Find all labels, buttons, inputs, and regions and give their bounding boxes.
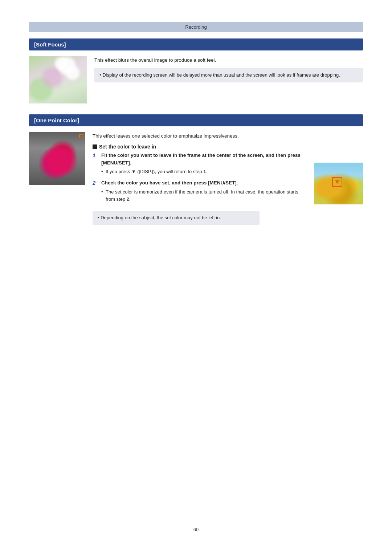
set-color-heading: Set the color to leave in: [93, 144, 363, 150]
one-point-main-layout: 1 Fit the color you want to leave in the…: [93, 152, 363, 207]
one-point-title: [One Point Color]: [34, 117, 79, 123]
square-icon: [93, 144, 97, 149]
step-1-content: Fit the color you want to leave in the f…: [101, 152, 307, 176]
soft-focus-text: This effect blurs the overall image to p…: [94, 56, 363, 103]
soft-focus-image: [29, 56, 87, 103]
step-1-note-item: If you press ▼ ([DISP.]), you will retur…: [101, 168, 307, 175]
one-point-image: [29, 132, 85, 185]
page-footer: - 60 -: [0, 526, 392, 532]
soft-focus-title: [Soft Focus]: [34, 41, 66, 48]
one-point-bottom-note-box: • Depending on the subject, the set colo…: [93, 211, 260, 225]
step-2-notes: The set color is memorized even if the c…: [101, 188, 307, 203]
one-point-top-content: This effect leaves one selected color to…: [29, 132, 363, 225]
set-color-heading-label: Set the color to leave in: [99, 144, 156, 150]
page-container: Recording [Soft Focus] This effect blurs…: [0, 0, 392, 554]
step-2-note-period: .: [129, 196, 131, 202]
step-2-note-item: The set color is memorized even if the c…: [101, 188, 307, 203]
header-label: Recording: [185, 24, 207, 30]
soft-focus-section: [Soft Focus] This effect blurs the overa…: [29, 38, 363, 103]
step-1-number: 1: [93, 152, 98, 176]
one-point-right-image: [314, 163, 363, 204]
soft-focus-note-box: • Display of the recording screen will b…: [94, 68, 363, 83]
step-1-note-period: .: [206, 169, 207, 174]
soft-focus-description: This effect blurs the overall image to p…: [94, 56, 363, 64]
step-2-number: 2: [93, 179, 98, 203]
step-1-note-text: If you press ▼ ([DISP.]), you will retur…: [106, 169, 203, 174]
step-2-main-text: Check the color you have set, and then p…: [101, 179, 307, 187]
step-2-note-text: The set color is memorized even if the c…: [106, 189, 298, 202]
page-number: - 60 -: [191, 527, 201, 532]
one-point-title-bar: [One Point Color]: [29, 114, 363, 126]
soft-focus-content: This effect blurs the overall image to p…: [29, 56, 363, 103]
header-bar: Recording: [29, 22, 363, 32]
step-1: 1 Fit the color you want to leave in the…: [93, 152, 307, 176]
one-point-image-container: [29, 132, 85, 185]
step-2-ref: 2: [127, 196, 129, 202]
one-point-text: This effect leaves one selected color to…: [93, 132, 363, 225]
soft-focus-image-container: [29, 56, 87, 103]
one-point-description: This effect leaves one selected color to…: [93, 132, 363, 140]
soft-focus-note: • Display of the recording screen will b…: [99, 72, 358, 79]
step-2: 2 Check the color you have set, and then…: [93, 179, 307, 203]
step-1-main-text: Fit the color you want to leave in the f…: [101, 152, 307, 167]
one-point-color-section: [One Point Color] This effect leaves one…: [29, 114, 363, 225]
steps-container: 1 Fit the color you want to leave in the…: [93, 152, 307, 207]
one-point-bottom-note: • Depending on the subject, the set colo…: [98, 214, 254, 222]
step-1-notes: If you press ▼ ([DISP.]), you will retur…: [101, 168, 307, 175]
step-2-content: Check the color you have set, and then p…: [101, 179, 307, 203]
soft-focus-title-bar: [Soft Focus]: [29, 38, 363, 50]
